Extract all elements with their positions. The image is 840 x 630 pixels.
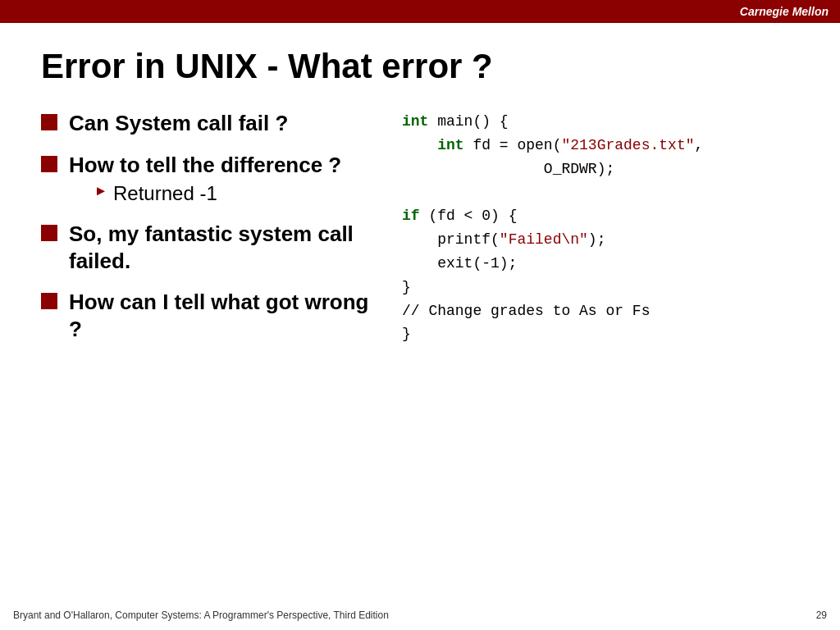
- code-block: int main() { int fd = open("213Grades.tx…: [402, 110, 799, 346]
- slide-title: Error in UNIX - What error ?: [41, 48, 799, 85]
- footer-page-number: 29: [816, 609, 827, 621]
- carnegie-mellon-logo: Carnegie Mellon: [740, 5, 829, 18]
- sub-bullet-icon: [97, 187, 105, 195]
- code-line: int fd = open("213Grades.txt",: [402, 134, 799, 158]
- sub-list-item: Returned -1: [97, 181, 341, 206]
- list-item: So, my fantastic system call failed.: [41, 221, 386, 274]
- code-line: }: [402, 322, 799, 346]
- code-line: exit(-1);: [402, 252, 799, 276]
- list-item: Can System call fail ?: [41, 110, 386, 137]
- two-column-layout: Can System call fail ? How to tell the d…: [41, 110, 799, 357]
- left-column: Can System call fail ? How to tell the d…: [41, 110, 386, 357]
- bullet-square-icon: [41, 293, 57, 309]
- code-line: printf("Failed\n");: [402, 228, 799, 252]
- code-line: [402, 181, 799, 205]
- code-line: if (fd < 0) {: [402, 204, 799, 228]
- bullet-square-icon: [41, 114, 57, 130]
- top-bar: Carnegie Mellon: [0, 0, 840, 23]
- bullet-text: So, my fantastic system call failed.: [69, 221, 354, 273]
- code-line: O_RDWR);: [402, 158, 799, 181]
- bullet-text: How can I tell what got wrong ?: [69, 290, 368, 341]
- sub-item-text: Returned -1: [113, 181, 217, 206]
- sub-list: Returned -1: [97, 181, 341, 206]
- bullet-text: How to tell the difference ?: [69, 153, 341, 177]
- code-line: // Change grades to As or Fs: [402, 299, 799, 323]
- footer-citation: Bryant and O'Hallaron, Computer Systems:…: [13, 609, 389, 621]
- code-line: }: [402, 276, 799, 299]
- right-column: int main() { int fd = open("213Grades.tx…: [402, 110, 799, 346]
- slide-content: Error in UNIX - What error ? Can System …: [0, 23, 840, 600]
- list-item: How to tell the difference ? Returned -1: [41, 152, 386, 207]
- bullet-square-icon: [41, 156, 57, 172]
- list-item: How can I tell what got wrong ?: [41, 289, 386, 342]
- footer: Bryant and O'Hallaron, Computer Systems:…: [0, 600, 840, 630]
- bullet-square-icon: [41, 225, 57, 241]
- bullet-text: Can System call fail ?: [69, 111, 288, 135]
- bullet-list: Can System call fail ? How to tell the d…: [41, 110, 386, 342]
- code-line: int main() {: [402, 110, 799, 134]
